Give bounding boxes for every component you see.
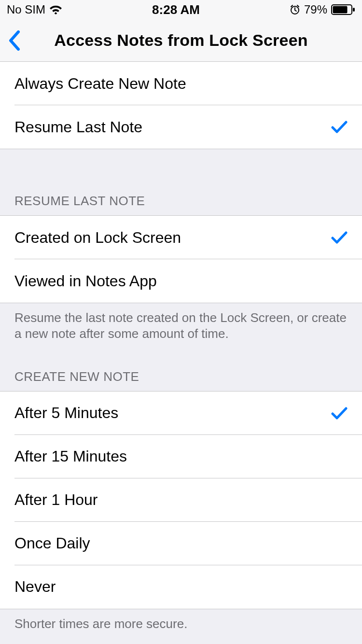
checkmark-icon: [331, 406, 348, 420]
option-once-daily[interactable]: Once Daily: [0, 522, 362, 565]
option-viewed-in-notes-app[interactable]: Viewed in Notes App: [0, 259, 362, 303]
checkmark-icon: [331, 120, 348, 134]
section-header: CREATE NEW NOTE: [0, 369, 362, 391]
option-created-on-lock-screen[interactable]: Created on Lock Screen: [0, 216, 362, 259]
row-label: After 5 Minutes: [14, 404, 331, 422]
option-resume-last-note[interactable]: Resume Last Note: [0, 105, 362, 149]
row-label: Viewed in Notes App: [14, 272, 348, 290]
chevron-left-icon: [9, 30, 20, 51]
status-time: 8:28 AM: [152, 2, 200, 17]
battery-icon: [331, 4, 355, 15]
group-mode: Always Create New Note Resume Last Note: [0, 62, 362, 149]
carrier-label: No SIM: [7, 3, 45, 16]
status-left: No SIM: [7, 3, 62, 16]
option-after-5-minutes[interactable]: After 5 Minutes: [0, 392, 362, 435]
row-label: After 1 Hour: [14, 491, 348, 509]
row-label: Once Daily: [14, 534, 348, 552]
option-after-15-minutes[interactable]: After 15 Minutes: [0, 435, 362, 478]
checkmark-icon: [331, 231, 348, 244]
row-label: After 15 Minutes: [14, 448, 348, 465]
row-label: Resume Last Note: [14, 118, 331, 136]
section-header: RESUME LAST NOTE: [0, 194, 362, 215]
group-create-new-note: CREATE NEW NOTE After 5 Minutes After 15…: [0, 342, 362, 632]
battery-percentage: 79%: [304, 3, 327, 16]
section-footer: Resume the last note created on the Lock…: [0, 303, 362, 342]
status-right: 79%: [290, 3, 355, 16]
alarm-icon: [290, 4, 300, 15]
option-after-1-hour[interactable]: After 1 Hour: [0, 478, 362, 522]
row-label: Created on Lock Screen: [14, 229, 331, 247]
svg-rect-3: [353, 8, 355, 12]
row-label: Never: [14, 578, 348, 596]
status-bar: No SIM 8:28 AM 79%: [0, 0, 362, 19]
nav-bar: Access Notes from Lock Screen: [0, 19, 362, 62]
page-title: Access Notes from Lock Screen: [0, 31, 362, 50]
option-never[interactable]: Never: [0, 565, 362, 609]
back-button[interactable]: [0, 19, 29, 62]
row-label: Always Create New Note: [14, 75, 348, 93]
group-resume-last-note: RESUME LAST NOTE Created on Lock Screen …: [0, 149, 362, 342]
section-footer: Shorter times are more secure.: [0, 609, 362, 632]
wifi-icon: [49, 5, 62, 14]
svg-rect-2: [333, 6, 347, 14]
option-always-create-new-note[interactable]: Always Create New Note: [0, 62, 362, 105]
